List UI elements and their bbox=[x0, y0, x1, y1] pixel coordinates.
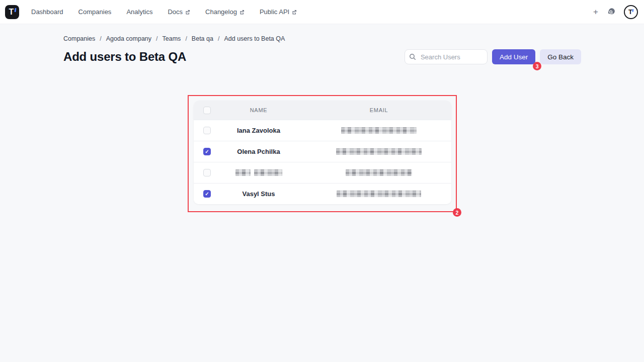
table-row bbox=[194, 162, 451, 183]
row-checkbox[interactable] bbox=[203, 148, 211, 155]
redacted-email-blur bbox=[336, 148, 422, 155]
navbar-right: + T bbox=[593, 5, 638, 19]
select-all-checkbox[interactable] bbox=[203, 107, 211, 114]
column-header-name: NAME bbox=[211, 107, 306, 113]
row-checkbox[interactable] bbox=[203, 190, 211, 198]
logo-letter: T bbox=[9, 8, 14, 16]
app-logo[interactable]: T bbox=[5, 5, 19, 19]
page-title: Add users to Beta QA bbox=[63, 50, 186, 64]
redacted-email-blur bbox=[346, 169, 412, 176]
add-user-button[interactable]: Add User 3 bbox=[492, 49, 535, 64]
nav-item-public-api[interactable]: Public API bbox=[260, 8, 297, 16]
nav-item-changelog[interactable]: Changelog bbox=[205, 8, 245, 16]
nav-item-label: Analytics bbox=[126, 8, 152, 16]
user-avatar[interactable]: T bbox=[624, 5, 638, 19]
nav-item-docs[interactable]: Docs bbox=[168, 8, 190, 16]
external-link-icon bbox=[185, 10, 190, 15]
row-checkbox[interactable] bbox=[203, 127, 211, 134]
user-name: Iana Zavoloka bbox=[211, 127, 306, 134]
table-row: Vasyl Stus bbox=[194, 183, 451, 204]
nav-item-analytics[interactable]: Analytics bbox=[126, 8, 152, 16]
breadcrumb-separator: / bbox=[185, 35, 187, 42]
quick-search-icon[interactable] bbox=[607, 8, 615, 16]
nav-item-label: Companies bbox=[78, 8, 112, 16]
breadcrumb-current: Add users to Beta QA bbox=[224, 35, 285, 42]
user-email-redacted bbox=[306, 169, 451, 176]
page-body: Companies / Agoda company / Teams / Beta… bbox=[0, 24, 644, 362]
redacted-name-blur bbox=[235, 169, 251, 176]
search-icon bbox=[409, 53, 416, 60]
nav-item-label: Public API bbox=[260, 8, 289, 16]
user-email-redacted bbox=[306, 191, 451, 197]
page-header: Add users to Beta QA Add User 3 Go Back bbox=[0, 49, 644, 65]
redacted-name-blur bbox=[254, 169, 282, 176]
user-name-redacted bbox=[211, 169, 306, 176]
nav-item-label: Docs bbox=[168, 8, 183, 16]
nav-item-label: Changelog bbox=[205, 8, 237, 16]
table-row: Olena Pchilka bbox=[194, 141, 451, 162]
user-name: Olena Pchilka bbox=[211, 148, 306, 155]
logo-accent bbox=[14, 8, 16, 12]
row-checkbox[interactable] bbox=[203, 169, 211, 176]
redacted-email-blur bbox=[337, 191, 421, 197]
breadcrumb-agoda-company[interactable]: Agoda company bbox=[106, 35, 151, 42]
nav-menu: Dashboard Companies Analytics Docs Chang… bbox=[31, 8, 297, 16]
nav-item-label: Dashboard bbox=[31, 8, 63, 16]
external-link-icon bbox=[239, 10, 245, 15]
top-navbar: T Dashboard Companies Analytics Docs Cha… bbox=[0, 0, 644, 24]
annotation-rectangle: NAME EMAIL Iana Zavoloka Olena Pchilka bbox=[188, 95, 457, 212]
breadcrumb-teams[interactable]: Teams bbox=[163, 35, 181, 42]
table-header-row: NAME EMAIL bbox=[194, 101, 451, 120]
breadcrumb-separator: / bbox=[156, 35, 157, 42]
nav-item-dashboard[interactable]: Dashboard bbox=[31, 8, 63, 16]
external-link-icon bbox=[292, 10, 297, 15]
annotation-badge-3: 3 bbox=[533, 62, 541, 70]
breadcrumb-companies[interactable]: Companies bbox=[63, 35, 95, 42]
plus-icon[interactable]: + bbox=[593, 8, 598, 16]
user-email-redacted bbox=[306, 127, 451, 134]
annotation-badge-2: 2 bbox=[453, 208, 461, 217]
avatar-logo-accent bbox=[632, 9, 634, 12]
breadcrumb-beta-qa[interactable]: Beta qa bbox=[192, 35, 213, 42]
users-table: NAME EMAIL Iana Zavoloka Olena Pchilka bbox=[194, 101, 451, 204]
search-users-box bbox=[405, 49, 488, 64]
user-name: Vasyl Stus bbox=[211, 190, 306, 198]
toolbar: Add User 3 Go Back bbox=[405, 49, 581, 64]
nav-item-companies[interactable]: Companies bbox=[78, 8, 112, 16]
breadcrumb: Companies / Agoda company / Teams / Beta… bbox=[0, 24, 644, 42]
table-row: Iana Zavoloka bbox=[194, 120, 451, 141]
breadcrumb-separator: / bbox=[218, 35, 219, 42]
search-users-input[interactable] bbox=[405, 49, 488, 64]
redacted-email-blur bbox=[341, 127, 417, 134]
column-header-email: EMAIL bbox=[306, 107, 451, 113]
go-back-button[interactable]: Go Back bbox=[540, 49, 581, 64]
breadcrumb-separator: / bbox=[100, 35, 101, 42]
add-user-label: Add User bbox=[500, 53, 528, 61]
user-email-redacted bbox=[306, 148, 451, 155]
